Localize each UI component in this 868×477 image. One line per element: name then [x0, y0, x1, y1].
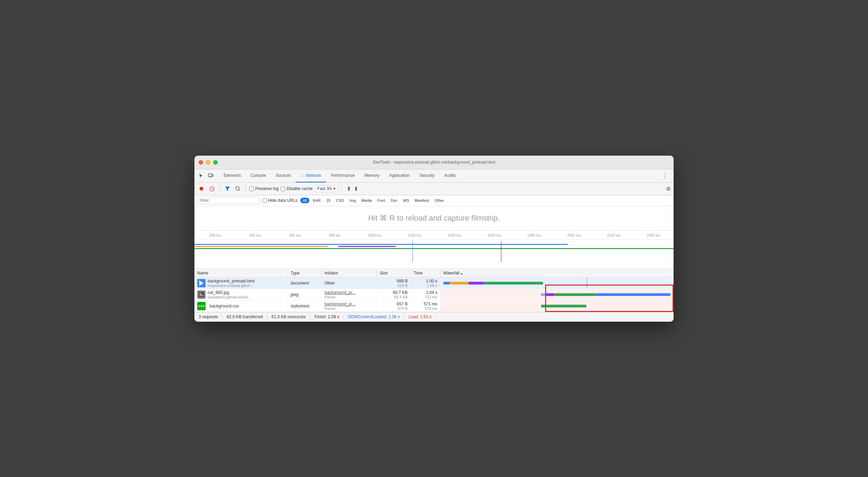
- cell-waterfall-1: [440, 277, 673, 289]
- chevron-down-icon: ▾: [333, 186, 335, 191]
- cell-type-2: jpeg: [288, 289, 322, 300]
- preserve-log-input[interactable]: [249, 187, 254, 191]
- devtools-window: DevTools - responsive-preload.glitch.me/…: [194, 156, 674, 322]
- device-icon[interactable]: [207, 172, 215, 180]
- table-row[interactable]: CSS background.css stylesheet background…: [194, 300, 674, 312]
- cell-initiator-1: Other: [322, 277, 377, 289]
- network-toolbar: ⏺ 🚫 Preserve log Disable cache Fast 3G ▾…: [194, 183, 674, 195]
- minimize-button[interactable]: [206, 160, 210, 165]
- file-name-3: background.css: [210, 304, 239, 309]
- svg-rect-6: [199, 292, 204, 297]
- file-domain-1: responsive-preload.glitch...: [208, 283, 254, 288]
- upload-button[interactable]: ⬆: [347, 186, 351, 192]
- filter-type-css[interactable]: CSS: [334, 198, 347, 203]
- tab-sources[interactable]: Sources: [271, 169, 296, 182]
- tab-performance[interactable]: Performance: [326, 169, 360, 182]
- timeline-label-800: 800 ms: [315, 233, 354, 237]
- throttle-select[interactable]: Fast 3G ▾: [315, 185, 338, 192]
- network-table: Name Type Initiator Size Time Waterfall: [194, 269, 674, 312]
- tab-application[interactable]: Application: [384, 169, 415, 182]
- timeline-label-2000: 2000 ms: [554, 233, 594, 237]
- separator-1: [219, 185, 220, 192]
- filter-type-doc[interactable]: Doc: [388, 198, 400, 203]
- preserve-log-checkbox[interactable]: Preserve log: [249, 186, 278, 191]
- filter-type-other[interactable]: Other: [432, 198, 447, 203]
- filter-type-xhr[interactable]: XHR: [310, 198, 323, 203]
- svg-line-4: [239, 190, 240, 191]
- download-button[interactable]: ⬇: [354, 186, 358, 192]
- separator-3: [341, 185, 342, 192]
- col-type[interactable]: Type: [288, 269, 322, 278]
- close-button[interactable]: [199, 160, 203, 165]
- filter-type-font[interactable]: Font: [375, 198, 387, 203]
- clear-button[interactable]: 🚫: [208, 184, 216, 193]
- window-title: DevTools - responsive-preload.glitch.me/…: [373, 160, 495, 165]
- table-row[interactable]: background_preload.html responsive-prelo…: [194, 277, 674, 289]
- tab-security[interactable]: Security: [415, 169, 439, 182]
- timeline-label-400: 400 ms: [235, 233, 275, 237]
- record-button[interactable]: ⏺: [197, 184, 206, 193]
- filter-type-ws[interactable]: WS: [401, 198, 412, 203]
- cell-size-3: 657 B 479 B: [377, 300, 411, 312]
- hide-data-urls-checkbox[interactable]: Hide data URLs: [262, 198, 298, 203]
- timeline-labels: 200 ms 400 ms 600 ms 800 ms 1000 ms 1200…: [194, 231, 674, 240]
- tl-bar-orange: [194, 246, 328, 247]
- status-load: Load: 1.63 s: [404, 314, 436, 319]
- col-time[interactable]: Time: [411, 269, 440, 278]
- timeline-label-1200: 1200 ms: [394, 233, 434, 237]
- timeline-label-1600: 1600 ms: [474, 233, 514, 237]
- tab-elements[interactable]: Elements: [219, 169, 246, 182]
- import-export-buttons: ⬆ ⬇: [347, 186, 358, 192]
- filter-bar: Hide data URLs All XHR JS CSS Img Media …: [194, 195, 674, 206]
- tl-bar-purple: [338, 246, 396, 247]
- cell-waterfall-2: [440, 289, 673, 300]
- filter-type-js[interactable]: JS: [324, 198, 333, 203]
- initiator-link-2[interactable]: background_pr...: [325, 290, 356, 295]
- filter-type-buttons: All XHR JS CSS Img Media Font Doc WS Man…: [300, 198, 447, 203]
- filter-icon[interactable]: [223, 184, 232, 193]
- status-finish: Finish: 2.09 s: [310, 314, 344, 319]
- hide-data-urls-input[interactable]: [262, 198, 267, 203]
- cell-type-1: document: [288, 277, 322, 289]
- col-initiator[interactable]: Initiator: [322, 269, 377, 278]
- network-table-wrapper: Name Type Initiator Size Time Waterfall: [194, 269, 674, 312]
- tab-memory[interactable]: Memory: [360, 169, 384, 182]
- tab-icons: [197, 172, 215, 180]
- cell-name-2: cat_800.jpg yoavweiss.github.io/ima...: [194, 289, 288, 300]
- svg-rect-1: [212, 174, 213, 176]
- tab-console[interactable]: Console: [246, 169, 271, 182]
- maximize-button[interactable]: [213, 160, 218, 165]
- disable-cache-checkbox[interactable]: Disable cache: [281, 186, 312, 191]
- separator-2: [245, 185, 246, 192]
- cell-size-2: 60.7 KB 60.3 KB: [377, 289, 411, 300]
- cell-initiator-2: background_pr... Parser: [322, 289, 377, 300]
- disable-cache-input[interactable]: [281, 187, 285, 191]
- col-name[interactable]: Name: [194, 269, 288, 278]
- cell-waterfall-3: [440, 300, 673, 312]
- filmstrip-hint: Hit ⌘ R to reload and capture filmstrip.: [368, 214, 500, 223]
- tl-bar-blue: [194, 244, 568, 245]
- filmstrip-area: Hit ⌘ R to reload and capture filmstrip.: [194, 206, 674, 231]
- table-row[interactable]: cat_800.jpg yoavweiss.github.io/ima... j…: [194, 289, 674, 300]
- cell-time-3: 571 ms 570 ms: [411, 300, 440, 312]
- filter-type-all[interactable]: All: [300, 198, 309, 203]
- tab-network[interactable]: ⚠ Network: [296, 169, 326, 182]
- cursor-icon[interactable]: [197, 172, 205, 180]
- svg-rect-0: [208, 174, 212, 176]
- traffic-lights: [199, 160, 218, 165]
- col-size[interactable]: Size: [377, 269, 411, 278]
- col-waterfall[interactable]: Waterfall: [440, 269, 673, 278]
- more-tabs-button[interactable]: ⋮: [659, 172, 671, 180]
- filter-type-img[interactable]: Img: [347, 198, 358, 203]
- filter-input[interactable]: [197, 197, 260, 204]
- timeline-label-2200: 2200 ms: [594, 233, 634, 237]
- timeline-label-1800: 1800 ms: [514, 233, 554, 237]
- cell-type-3: stylesheet: [288, 300, 322, 312]
- search-icon[interactable]: [234, 184, 242, 193]
- filter-type-media[interactable]: Media: [359, 198, 374, 203]
- file-domain-2: yoavweiss.github.io/ima...: [208, 295, 251, 299]
- initiator-link-3[interactable]: background_pr...: [325, 302, 356, 306]
- tab-audits[interactable]: Audits: [439, 169, 460, 182]
- filter-type-manifest[interactable]: Manifest: [412, 198, 432, 203]
- settings-button[interactable]: ⚙: [666, 186, 671, 192]
